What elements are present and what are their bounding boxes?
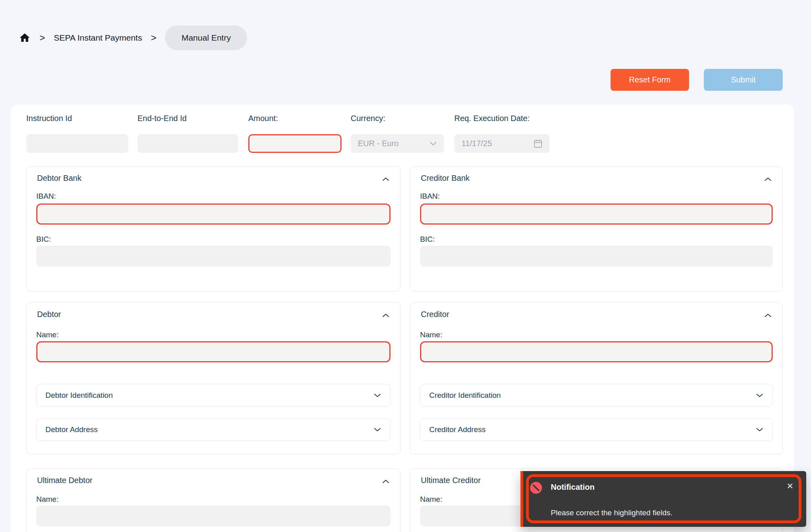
execution-date-field-group: Req. Execution Date: 11/17/25 (454, 114, 550, 123)
ultimate-debtor-name-input[interactable] (36, 505, 391, 526)
breadcrumb-separator: > (39, 32, 45, 43)
debtor-bank-bic-label: BIC: (36, 235, 51, 244)
debtor-identification-section[interactable]: Debtor Identification (36, 384, 391, 407)
creditor-identification-section[interactable]: Creditor Identification (420, 384, 773, 407)
chevron-down-icon (373, 393, 381, 398)
debtor-name-label: Name: (36, 331, 59, 339)
ultimate-debtor-title: Ultimate Debtor (37, 476, 92, 485)
submit-button[interactable]: Submit (704, 69, 783, 91)
chevron-down-icon (756, 393, 764, 398)
creditor-bank-iban-input[interactable] (420, 203, 773, 225)
form-panel: Instruction Id End-to-End Id Amount: Cur… (11, 104, 794, 532)
currency-field-group: Currency: EUR - Euro (351, 114, 444, 123)
breadcrumb: > SEPA Instant Payments > Manual Entry (19, 25, 247, 50)
chevron-down-icon (430, 141, 437, 146)
ultimate-debtor-card: Ultimate Debtor Name: (26, 468, 401, 532)
ultimate-debtor-name-label: Name: (36, 495, 59, 504)
creditor-bank-bic-label: BIC: (420, 235, 435, 244)
calendar-icon (534, 139, 542, 149)
chevron-up-icon[interactable] (380, 310, 391, 321)
close-icon[interactable]: ✕ (786, 481, 793, 491)
ultimate-creditor-title: Ultimate Creditor (421, 476, 481, 485)
debtor-bank-iban-label: IBAN: (36, 192, 56, 201)
debtor-bank-card: Debtor Bank IBAN: BIC: (26, 166, 401, 291)
debtor-name-input[interactable] (36, 341, 391, 362)
chevron-down-icon (373, 427, 381, 432)
currency-select[interactable]: EUR - Euro (351, 134, 444, 153)
breadcrumb-item-sepa[interactable]: SEPA Instant Payments (54, 33, 142, 43)
end-to-end-id-input[interactable] (137, 134, 238, 153)
debtor-address-label: Debtor Address (45, 425, 98, 434)
reset-form-button[interactable]: Reset Form (611, 69, 689, 91)
debtor-identification-label: Debtor Identification (45, 391, 113, 400)
execution-date-label: Req. Execution Date: (454, 114, 550, 123)
debtor-address-section[interactable]: Debtor Address (36, 418, 391, 441)
chevron-down-icon (756, 427, 764, 432)
chevron-up-icon[interactable] (380, 476, 391, 487)
chevron-up-icon[interactable] (762, 310, 774, 321)
creditor-name-input[interactable] (420, 341, 773, 362)
notification-toast: Notification Please correct the highligh… (520, 471, 806, 527)
debtor-card: Debtor Name: Debtor Identification Debto… (26, 302, 401, 454)
execution-date-input[interactable]: 11/17/25 (454, 134, 550, 153)
end-to-end-id-field-group: End-to-End Id (137, 114, 238, 123)
creditor-title: Creditor (421, 310, 449, 319)
home-icon[interactable] (19, 32, 31, 44)
chevron-up-icon[interactable] (762, 174, 774, 185)
instruction-id-input[interactable] (26, 134, 128, 153)
execution-date-value: 11/17/25 (461, 139, 492, 148)
instruction-id-label: Instruction Id (26, 114, 128, 123)
creditor-identification-label: Creditor Identification (429, 391, 501, 400)
creditor-bank-card: Creditor Bank IBAN: BIC: (410, 166, 783, 291)
toast-title: Notification (551, 483, 595, 492)
creditor-address-label: Creditor Address (429, 425, 486, 434)
debtor-title: Debtor (37, 310, 61, 319)
breadcrumb-separator: > (151, 32, 156, 43)
debtor-bank-title: Debtor Bank (37, 174, 81, 183)
currency-label: Currency: (351, 114, 444, 123)
debtor-bank-bic-input[interactable] (36, 246, 391, 267)
end-to-end-id-label: End-to-End Id (137, 114, 238, 123)
creditor-address-section[interactable]: Creditor Address (420, 418, 773, 441)
debtor-bank-iban-input[interactable] (36, 203, 391, 225)
amount-label: Amount: (248, 114, 342, 123)
toast-message: Please correct the highlighted fields. (551, 509, 672, 517)
creditor-bank-iban-label: IBAN: (420, 192, 440, 201)
ultimate-creditor-name-label: Name: (420, 495, 442, 504)
breadcrumb-item-manual-entry: Manual Entry (165, 25, 247, 50)
instruction-id-field-group: Instruction Id (26, 114, 128, 123)
creditor-card: Creditor Name: Creditor Identification C… (410, 302, 783, 454)
creditor-bank-title: Creditor Bank (421, 174, 469, 183)
amount-input[interactable] (248, 134, 342, 153)
creditor-name-label: Name: (420, 331, 442, 339)
amount-field-group: Amount: (248, 114, 342, 123)
chevron-up-icon[interactable] (380, 174, 391, 185)
currency-value: EUR - Euro (358, 139, 399, 148)
block-icon (530, 482, 542, 494)
toast-accent-bar (520, 471, 523, 527)
creditor-bank-bic-input[interactable] (420, 246, 773, 267)
